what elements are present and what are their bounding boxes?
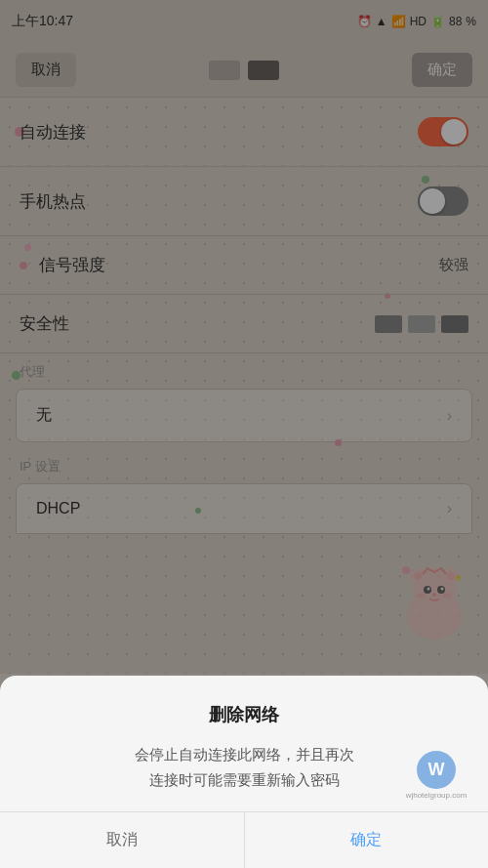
dialog-confirm-button[interactable]: 确定 <box>245 812 489 868</box>
dialog-overlay: 删除网络 会停止自动连接此网络，并且再次连接时可能需要重新输入密码 取消 确定 <box>0 0 488 868</box>
watermark-text: wjhotelgroup.com <box>406 791 468 800</box>
watermark: W wjhotelgroup.com <box>392 751 480 800</box>
dialog-cancel-button[interactable]: 取消 <box>0 812 245 868</box>
watermark-logo: W <box>417 751 456 789</box>
dialog-buttons: 取消 确定 <box>0 811 488 868</box>
dialog-title: 删除网络 <box>31 703 457 726</box>
